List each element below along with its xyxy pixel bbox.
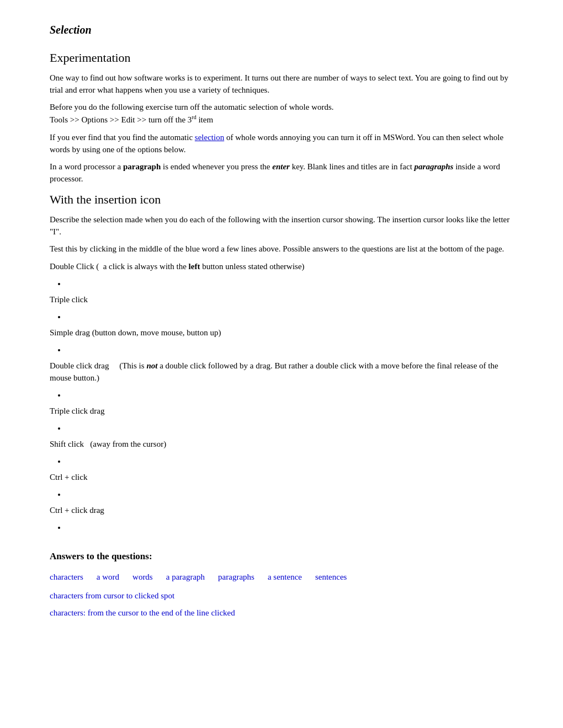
- left-bold: left: [189, 262, 200, 271]
- click-item-4: Double click drag (This is not a double …: [50, 360, 513, 401]
- click-item-4-label: Double click drag (This is not a double …: [50, 360, 513, 384]
- answer-link-a-sentence[interactable]: a sentence: [268, 571, 302, 584]
- click-item-1-bullet: [66, 279, 513, 290]
- bullet-5: [66, 423, 513, 434]
- bullet-4: [66, 390, 513, 401]
- click-item-8-bullet: [66, 522, 513, 533]
- bullet-6: [66, 456, 513, 467]
- answer-link-characters[interactable]: characters: [50, 571, 83, 584]
- click-item-2: Triple click: [50, 294, 513, 323]
- answer-link-sentences[interactable]: sentences: [315, 571, 347, 584]
- para2b-text: Tools >> Options >> Edit >> turn off the…: [50, 115, 192, 124]
- experimentation-para4: In a word processor a paragraph is ended…: [50, 161, 513, 185]
- click-item-8-label: Ctrl + click drag: [50, 505, 513, 517]
- bullet-7: [66, 489, 513, 500]
- bullet-3: [66, 345, 513, 356]
- insertion-icon-para2: Test this by clicking in the middle of t…: [50, 243, 513, 255]
- bullet-8: [66, 522, 513, 533]
- para4-bold1: paragraph: [123, 162, 161, 171]
- bullet-2: [66, 312, 513, 323]
- click-item-5-label: Triple click drag: [50, 405, 513, 417]
- click-item-2-label: Triple click: [50, 294, 513, 306]
- experimentation-para1: One way to find out how software works i…: [50, 72, 513, 97]
- click-item-2-bullet: [66, 312, 513, 323]
- para4b: is ended whenever you press the: [161, 162, 272, 171]
- click-item-5: Triple click drag: [50, 405, 513, 434]
- experimentation-para2: Before you do the following exercise tur…: [50, 101, 513, 126]
- click-item-1: Double Click ( a click is always with th…: [50, 261, 513, 290]
- para4-bold2: enter: [272, 162, 290, 171]
- not-em: not: [146, 361, 157, 370]
- experimentation-section: Experimentation One way to find out how …: [50, 49, 513, 185]
- bullet-1: [66, 279, 513, 290]
- experimentation-heading: Experimentation: [50, 49, 513, 67]
- para2b-end: item: [196, 115, 213, 124]
- click-item-6: Shift click (away from the cursor): [50, 438, 513, 467]
- page-title: Selection: [50, 22, 513, 38]
- para2a-text: Before you do the following exercise tur…: [50, 103, 334, 111]
- answer-line2[interactable]: characters from cursor to clicked spot: [50, 590, 513, 602]
- answer-link-a-paragraph[interactable]: a paragraph: [166, 571, 205, 584]
- para4-bold3: paragraphs: [415, 162, 454, 171]
- selection-link[interactable]: selection: [195, 133, 224, 142]
- para4-bold2-em: enter: [272, 162, 290, 171]
- click-item-3-label: Simple drag (button down, move mouse, bu…: [50, 327, 513, 339]
- para4-bold3-em: paragraphs: [415, 162, 454, 171]
- click-item-5-bullet: [66, 423, 513, 434]
- click-item-6-bullet: [66, 456, 513, 467]
- answer-links-row: characters a word words a paragraph para…: [50, 571, 513, 584]
- insertion-icon-section: With the insertion icon Describe the sel…: [50, 191, 513, 533]
- answer-link-words[interactable]: words: [132, 571, 153, 584]
- answers-section: Answers to the questions: characters a w…: [50, 550, 513, 619]
- click-item-7-bullet: [66, 489, 513, 500]
- para3a-text: If you ever find that you find the autom…: [50, 133, 195, 142]
- click-item-4-bullet: [66, 390, 513, 401]
- click-item-8: Ctrl + click drag: [50, 505, 513, 533]
- answer-link-a-word[interactable]: a word: [97, 571, 119, 584]
- answer-line3[interactable]: characters: from the cursor to the end o…: [50, 607, 513, 619]
- para4a: In a word processor a: [50, 162, 123, 171]
- click-item-7: Ctrl + click: [50, 472, 513, 500]
- click-item-7-label: Ctrl + click: [50, 472, 513, 484]
- not-bold: not: [146, 361, 157, 370]
- answers-heading: Answers to the questions:: [50, 550, 513, 564]
- answer-link-paragraphs[interactable]: paragraphs: [218, 571, 254, 584]
- insertion-icon-heading: With the insertion icon: [50, 191, 513, 208]
- para4c: key. Blank lines and titles are in fact: [290, 162, 415, 171]
- para2b-sup: rd: [192, 114, 196, 120]
- click-item-6-label: Shift click (away from the cursor): [50, 438, 513, 451]
- click-item-3: Simple drag (button down, move mouse, bu…: [50, 327, 513, 356]
- experimentation-para3: If you ever find that you find the autom…: [50, 132, 513, 156]
- click-item-1-label: Double Click ( a click is always with th…: [50, 261, 513, 273]
- click-item-3-bullet: [66, 345, 513, 356]
- insertion-icon-para1: Describe the selection made when you do …: [50, 214, 513, 238]
